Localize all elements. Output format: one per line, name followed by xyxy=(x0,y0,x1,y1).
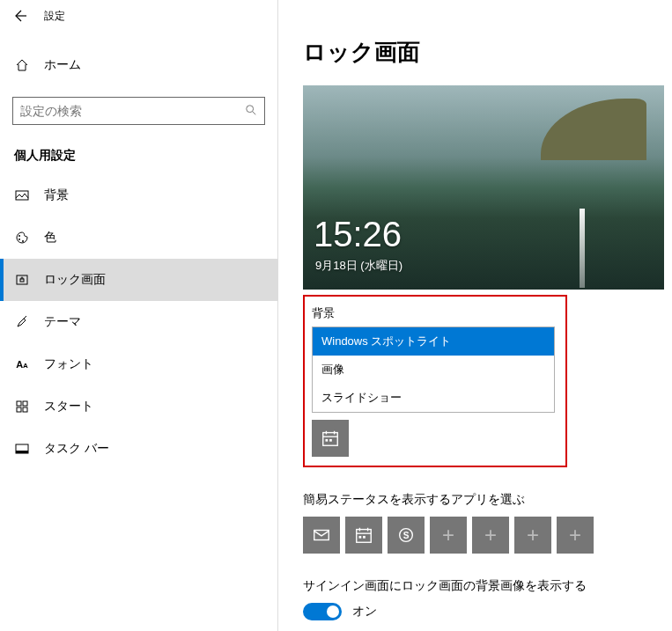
dropdown-option-slideshow[interactable]: スライドショー xyxy=(313,384,554,412)
paintbrush-icon xyxy=(14,314,30,330)
sidebar: 設定 ホーム 個人用設定 背景 色 ロック画面 xyxy=(0,0,278,631)
sidebar-item-background[interactable]: 背景 xyxy=(0,174,277,216)
brief-status-tile-skype[interactable]: S xyxy=(388,517,425,554)
home-icon xyxy=(14,57,30,73)
sidebar-section-heading: 個人用設定 xyxy=(0,130,277,174)
sidebar-item-label: 色 xyxy=(44,230,56,246)
sidebar-home[interactable]: ホーム xyxy=(0,44,277,86)
signin-bg-toggle[interactable] xyxy=(303,603,342,620)
sidebar-item-label: ロック画面 xyxy=(44,272,106,288)
dropdown-option-picture[interactable]: 画像 xyxy=(313,356,554,384)
sidebar-item-taskbar[interactable]: タスク バー xyxy=(0,428,277,470)
brief-status-tile-add[interactable]: + xyxy=(472,517,509,554)
svg-point-0 xyxy=(247,105,254,112)
svg-rect-18 xyxy=(359,536,362,539)
preview-time: 15:26 xyxy=(314,215,402,254)
window-title: 設定 xyxy=(44,9,65,24)
font-icon: AA xyxy=(14,356,30,372)
search-icon xyxy=(245,104,257,119)
sidebar-item-label: テーマ xyxy=(44,314,81,330)
dropdown-option-spotlight[interactable]: Windows スポットライト xyxy=(313,327,554,356)
back-button[interactable] xyxy=(11,7,28,25)
highlighted-section: 背景 Windows スポットライト 画像 スライドショー xyxy=(303,295,567,467)
brief-status-tile-calendar[interactable] xyxy=(345,517,382,554)
detailed-status-tile[interactable] xyxy=(312,420,349,457)
sidebar-item-label: 背景 xyxy=(44,187,69,203)
taskbar-icon xyxy=(14,441,30,457)
brief-status-tile-mail[interactable] xyxy=(303,517,340,554)
sidebar-item-label: スタート xyxy=(44,399,93,415)
main-content: ロック画面 15:26 9月18日 (水曜日) 背景 Windows スポットラ… xyxy=(278,0,672,631)
svg-rect-19 xyxy=(363,536,366,539)
svg-rect-17 xyxy=(357,530,372,543)
sidebar-item-lockscreen[interactable]: ロック画面 xyxy=(0,259,277,301)
sidebar-item-label: タスク バー xyxy=(44,441,109,457)
sidebar-item-colors[interactable]: 色 xyxy=(0,216,277,259)
svg-rect-9 xyxy=(17,407,21,412)
brief-status-tile-add[interactable]: + xyxy=(557,517,594,554)
start-grid-icon xyxy=(14,399,30,415)
search-field[interactable] xyxy=(20,104,245,118)
svg-rect-7 xyxy=(17,401,21,406)
svg-point-2 xyxy=(18,235,20,237)
page-title: ロック画面 xyxy=(303,37,654,68)
signin-bg-label: サインイン画面にロック画面の背景画像を表示する xyxy=(303,578,654,594)
background-dropdown[interactable]: Windows スポットライト 画像 スライドショー xyxy=(312,327,555,413)
lock-frame-icon xyxy=(14,272,30,288)
sidebar-item-label: フォント xyxy=(44,356,93,372)
sidebar-item-themes[interactable]: テーマ xyxy=(0,301,277,343)
svg-text:S: S xyxy=(403,531,410,540)
sidebar-home-label: ホーム xyxy=(44,57,81,73)
svg-point-3 xyxy=(18,238,20,240)
sidebar-item-start[interactable]: スタート xyxy=(0,385,277,428)
svg-rect-16 xyxy=(314,531,329,540)
svg-point-4 xyxy=(22,240,24,242)
brief-status-row: S + + + + xyxy=(303,517,654,554)
svg-rect-10 xyxy=(23,407,27,412)
preview-date: 9月18日 (水曜日) xyxy=(315,258,402,274)
signin-bg-state: オン xyxy=(352,604,377,620)
brief-status-tile-add[interactable]: + xyxy=(514,517,551,554)
palette-icon xyxy=(14,230,30,246)
svg-rect-12 xyxy=(16,451,28,453)
brief-status-label: 簡易ステータスを表示するアプリを選ぶ xyxy=(303,492,654,508)
search-input[interactable] xyxy=(12,97,265,125)
svg-rect-6 xyxy=(20,279,24,282)
background-label: 背景 xyxy=(312,305,558,321)
sidebar-item-fonts[interactable]: AA フォント xyxy=(0,343,277,385)
brief-status-tile-add[interactable]: + xyxy=(430,517,467,554)
picture-icon xyxy=(14,187,30,203)
svg-rect-15 xyxy=(329,439,332,442)
svg-rect-14 xyxy=(326,439,329,442)
svg-rect-8 xyxy=(23,401,27,406)
lockscreen-preview: 15:26 9月18日 (水曜日) xyxy=(303,85,664,290)
